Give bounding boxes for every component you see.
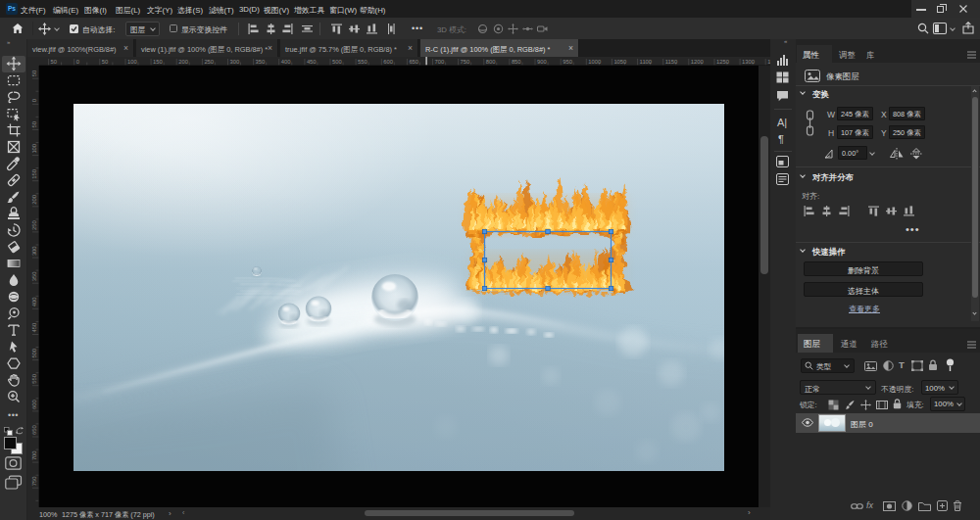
svg-text:250: 250 — [31, 220, 37, 230]
svg-text:700: 700 — [435, 59, 445, 65]
svg-text:100: 100 — [127, 59, 137, 65]
svg-text:200: 200 — [178, 59, 188, 65]
svg-text:600: 600 — [31, 400, 37, 409]
svg-text:400: 400 — [281, 59, 291, 65]
svg-text:50: 50 — [31, 121, 37, 127]
svg-text:1000: 1000 — [588, 59, 601, 65]
svg-text:500: 500 — [31, 349, 37, 358]
svg-text:550: 550 — [358, 59, 368, 65]
svg-text:0: 0 — [31, 99, 37, 102]
svg-text:450: 450 — [307, 59, 317, 65]
svg-text:1150: 1150 — [665, 59, 677, 65]
svg-text:850: 850 — [512, 59, 521, 65]
svg-text:600: 600 — [383, 59, 393, 65]
svg-text:50: 50 — [31, 71, 37, 76]
svg-text:550: 550 — [31, 374, 37, 384]
svg-text:950: 950 — [563, 59, 572, 65]
svg-text:300: 300 — [230, 59, 240, 65]
svg-text:450: 450 — [31, 323, 37, 333]
svg-text:650: 650 — [31, 425, 37, 435]
svg-text:900: 900 — [537, 59, 547, 65]
svg-text:1250: 1250 — [716, 59, 729, 65]
svg-text:750: 750 — [31, 477, 37, 487]
svg-text:50: 50 — [102, 59, 108, 65]
svg-text:100: 100 — [31, 144, 37, 154]
svg-text:1050: 1050 — [613, 59, 626, 65]
svg-text:200: 200 — [31, 195, 37, 205]
svg-text:750: 750 — [461, 59, 470, 65]
svg-text:500: 500 — [332, 59, 342, 65]
svg-text:250: 250 — [204, 59, 214, 65]
svg-text:0: 0 — [76, 59, 79, 65]
svg-text:350: 350 — [256, 59, 266, 65]
svg-text:650: 650 — [409, 59, 418, 65]
svg-text:800: 800 — [486, 59, 496, 65]
svg-text:150: 150 — [153, 59, 163, 65]
svg-text:1200: 1200 — [691, 59, 704, 65]
svg-text:700: 700 — [31, 450, 37, 460]
svg-text:1300: 1300 — [742, 59, 755, 65]
svg-text:350: 350 — [31, 272, 37, 282]
svg-text:1100: 1100 — [640, 59, 652, 65]
svg-text:150: 150 — [31, 169, 37, 179]
svg-text:50: 50 — [51, 59, 57, 65]
svg-text:400: 400 — [31, 298, 37, 307]
svg-text:300: 300 — [31, 246, 37, 256]
